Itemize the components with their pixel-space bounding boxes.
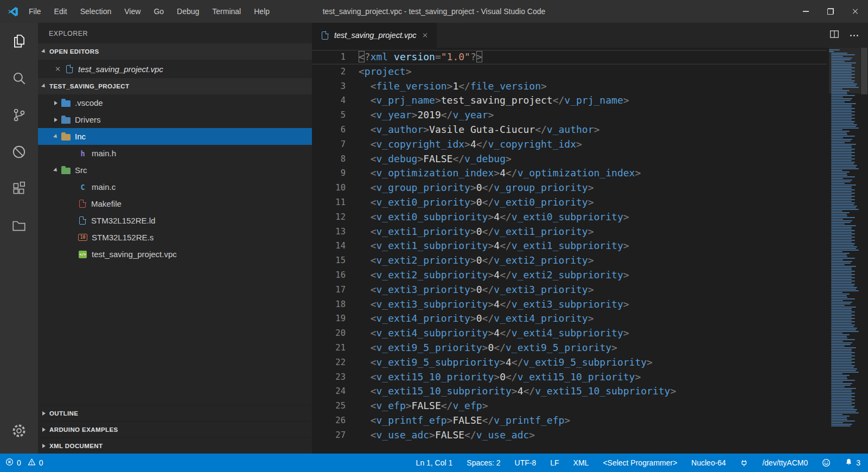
source-control-icon[interactable] (0, 97, 38, 133)
project-section-header[interactable]: TEST_SAVING_PROJECT (38, 78, 312, 94)
menu-item-go[interactable]: Go (147, 0, 170, 23)
more-actions-icon[interactable] (850, 35, 858, 36)
menu-item-view[interactable]: View (118, 0, 147, 23)
code-line[interactable]: 7 <v_copyright_idx>4</v_copyright_idx> (312, 137, 827, 152)
code-line[interactable]: 24 <v_exti15_10_subpriority>4</v_exti15_… (312, 384, 827, 399)
language-mode[interactable]: XML (573, 458, 589, 467)
line-number: 16 (312, 268, 346, 283)
menu-item-help[interactable]: Help (247, 0, 276, 23)
code-line[interactable]: 9 <v_optimization_index>4</v_optimizatio… (312, 166, 827, 181)
line-number: 27 (312, 428, 346, 443)
code-line[interactable]: 3 <file_version>1</file_version> (312, 79, 827, 94)
chevron-right-icon (42, 428, 46, 432)
close-tab-icon[interactable] (422, 32, 428, 38)
minimap-lines (829, 49, 860, 426)
code-line[interactable]: 6 <v_author>Vasile Guta-Ciucur</v_author… (312, 123, 827, 137)
code-line[interactable]: 22 <v_exti9_5_subpriority>4</v_exti9_5_s… (312, 355, 827, 370)
debug-disabled-icon[interactable] (0, 133, 38, 170)
tab-test-saving-project[interactable]: test_saving_project.vpc (312, 23, 437, 48)
scrollbar-thumb[interactable] (861, 48, 867, 94)
code-line[interactable]: 16 <v_exti2_subpriority>4</v_exti2_subpr… (312, 268, 827, 283)
line-number: 20 (312, 326, 346, 341)
window-title: test_saving_project.vpc - test_saving_pr… (323, 0, 546, 23)
problems-indicator[interactable]: 0 0 (5, 458, 47, 468)
code-line[interactable]: 14 <v_exti1_subpriority>4</v_exti1_subpr… (312, 239, 827, 253)
menu-item-file[interactable]: File (22, 0, 48, 23)
code-line[interactable]: 11 <v_exti0_priority>0</v_exti0_priority… (312, 195, 827, 210)
code-line[interactable]: 13 <v_exti1_priority>0</v_exti1_priority… (312, 225, 827, 239)
split-editor-icon[interactable] (829, 29, 839, 41)
project-section-label: TEST_SAVING_PROJECT (49, 83, 129, 90)
code-line[interactable]: 26 <v_printf_efp>FALSE</v_printf_efp> (312, 413, 827, 428)
tree-item-asm-file[interactable]: 10 STM32L152RE.s (38, 229, 312, 246)
arduino-examples-section-header[interactable]: ARDUINO EXAMPLES (38, 421, 312, 437)
open-editors-header[interactable]: OPEN EDITORS (38, 43, 312, 60)
code-line[interactable]: 10 <v_group_priority>0</v_group_priority… (312, 181, 827, 195)
line-number: 11 (312, 195, 346, 210)
code-line[interactable]: 25 <v_efp>FALSE</v_efp> (312, 399, 827, 413)
code-line[interactable]: 18 <v_exti3_subpriority>4</v_exti3_subpr… (312, 297, 827, 312)
folder-open-icon (61, 134, 71, 141)
tree-item-ld-file[interactable]: STM32L152RE.ld (38, 212, 312, 229)
board-selector[interactable]: Nucleo-64 (691, 458, 726, 467)
indentation-setting[interactable]: Spaces: 2 (467, 458, 500, 467)
xml-document-section-header[interactable]: XML DOCUMENT (38, 437, 312, 454)
open-editor-item[interactable]: test_saving_project.vpc (38, 60, 312, 78)
menu-item-debug[interactable]: Debug (170, 0, 206, 23)
menu-item-edit[interactable]: Edit (48, 0, 74, 23)
vscode-window: File Edit Selection View Go Debug Termin… (0, 0, 868, 472)
tree-item-vpc-file[interactable]: </> test_saving_project.vpc (38, 246, 312, 263)
minimize-button[interactable] (793, 0, 818, 23)
select-programmer[interactable]: <Select Programmer> (603, 458, 677, 467)
search-icon[interactable] (0, 60, 38, 97)
restore-button[interactable] (818, 0, 843, 23)
close-button[interactable] (843, 0, 868, 23)
sidebar-title: EXPLORER (38, 23, 312, 43)
code-line[interactable]: 21 <v_exti9_5_priority>0</v_exti9_5_prio… (312, 341, 827, 355)
code-line[interactable]: 27 <v_use_adc>FALSE</v_use_adc> (312, 428, 827, 443)
code-line[interactable]: 15 <v_exti2_priority>0</v_exti2_priority… (312, 253, 827, 268)
file-browser-icon[interactable] (0, 207, 38, 244)
code-line[interactable]: 1<?xml version="1.0"?> (312, 50, 827, 65)
code-line[interactable]: 17 <v_exti3_priority>0</v_exti3_priority… (312, 283, 827, 297)
feedback-smiley-icon[interactable] (822, 458, 831, 467)
tree-item-inc[interactable]: Inc (38, 128, 312, 145)
code-line[interactable]: 8 <v_debug>FALSE</v_debug> (312, 152, 827, 167)
eol-setting[interactable]: LF (550, 458, 559, 467)
extensions-icon[interactable] (0, 170, 38, 207)
usb-plug-icon[interactable] (740, 459, 748, 467)
line-number: 12 (312, 210, 346, 225)
minimap[interactable] (829, 48, 860, 454)
encoding-setting[interactable]: UTF-8 (515, 458, 537, 467)
notifications-bell[interactable]: 3 (845, 458, 860, 468)
file-tree: .vscode Drivers Inc h main.h (38, 94, 312, 263)
tree-item-main-h[interactable]: h main.h (38, 145, 312, 162)
tree-item-drivers[interactable]: Drivers (38, 111, 312, 128)
tree-item-main-c[interactable]: C main.c (38, 178, 312, 195)
title-bar: File Edit Selection View Go Debug Termin… (0, 0, 868, 23)
code-line[interactable]: 20 <v_exti4_subpriority>4</v_exti4_subpr… (312, 326, 827, 341)
tree-item-makefile[interactable]: Makefile (38, 195, 312, 212)
vertical-scrollbar[interactable] (860, 48, 868, 454)
menu-item-terminal[interactable]: Terminal (206, 0, 247, 23)
code-line[interactable]: 5 <v_year>2019</v_year> (312, 108, 827, 123)
sidebar-empty-space (38, 263, 312, 405)
settings-gear-icon[interactable] (0, 412, 38, 449)
makefile-icon (79, 200, 86, 208)
close-editor-icon[interactable] (55, 66, 61, 72)
menu-item-selection[interactable]: Selection (74, 0, 118, 23)
code-editor[interactable]: 1<?xml version="1.0"?>2<project>3 <file_… (312, 48, 868, 454)
code-line[interactable]: 12 <v_exti0_subpriority>4</v_exti0_subpr… (312, 210, 827, 225)
cursor-position[interactable]: Ln 1, Col 1 (416, 458, 453, 467)
code-line[interactable]: 4 <v_prj_name>test_saving_project</v_prj… (312, 93, 827, 108)
tree-item-vscode[interactable]: .vscode (38, 94, 312, 111)
explorer-icon[interactable] (0, 23, 38, 60)
code-line[interactable]: 23 <v_exti15_10_priority>0</v_exti15_10_… (312, 370, 827, 385)
serial-port[interactable]: /dev/ttyACM0 (762, 458, 808, 467)
code-line[interactable]: 2<project> (312, 65, 827, 79)
tree-item-src[interactable]: Src (38, 162, 312, 178)
code-lines[interactable]: 1<?xml version="1.0"?>2<project>3 <file_… (312, 48, 827, 454)
line-number: 17 (312, 283, 346, 297)
code-line[interactable]: 19 <v_exti4_priority>0</v_exti4_priority… (312, 311, 827, 326)
outline-section-header[interactable]: OUTLINE (38, 405, 312, 421)
